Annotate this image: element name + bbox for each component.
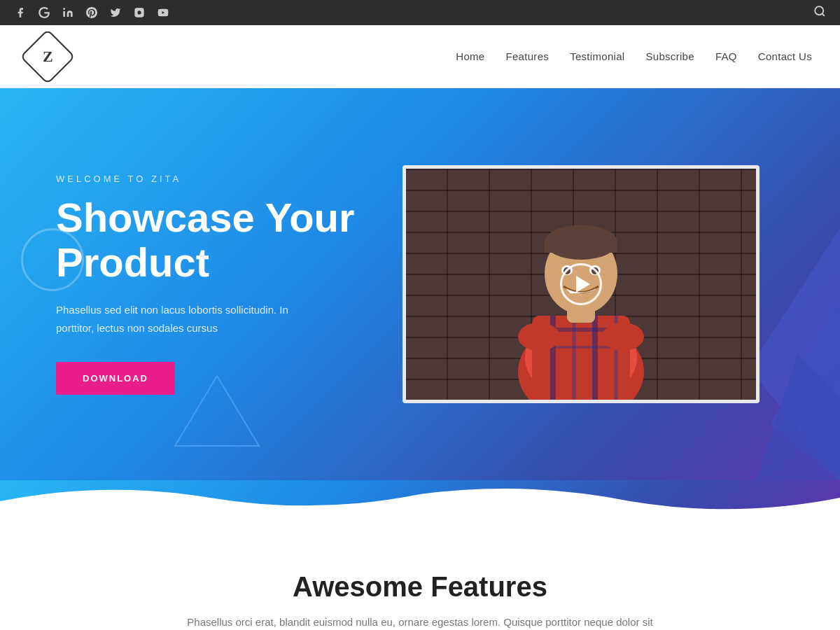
instagram-icon[interactable]	[133, 6, 146, 19]
hero-right	[378, 165, 784, 403]
nav-item-features[interactable]: Features	[506, 50, 550, 63]
logo[interactable]: Z	[28, 37, 67, 76]
hero-title: Showcase Your Product	[56, 195, 378, 285]
svg-rect-23	[545, 242, 617, 253]
logo-letter: Z	[43, 48, 53, 66]
nav-link-contact[interactable]: Contact Us	[758, 50, 812, 62]
google-plus-icon[interactable]	[38, 6, 50, 19]
pinterest-icon[interactable]	[85, 6, 98, 19]
video-thumbnail[interactable]	[402, 165, 760, 403]
nav-item-home[interactable]: Home	[456, 50, 484, 63]
svg-point-1	[63, 8, 65, 10]
nav-link-subscribe[interactable]: Subscribe	[645, 50, 694, 62]
hero-section: WELCOME TO ZITA Showcase Your Product Ph…	[0, 88, 840, 480]
download-button[interactable]: DOWNLOAD	[56, 362, 175, 395]
linkedin-icon[interactable]	[62, 6, 74, 19]
features-subtitle: Phasellus orci erat, blandit euismod nul…	[175, 614, 665, 630]
search-icon[interactable]	[813, 5, 826, 20]
navbar: Z Home Features Testimonial Subscribe FA…	[0, 25, 840, 88]
nav-item-faq[interactable]: FAQ	[715, 50, 737, 63]
nav-item-contact[interactable]: Contact Us	[758, 50, 812, 63]
features-section: Awesome Features Phasellus orci erat, bl…	[0, 522, 840, 630]
youtube-icon[interactable]	[157, 6, 169, 19]
twitter-icon[interactable]	[109, 6, 122, 19]
features-title: Awesome Features	[28, 571, 812, 603]
play-triangle-icon	[576, 276, 590, 293]
social-icons-group	[14, 6, 169, 19]
svg-rect-0	[63, 11, 65, 17]
svg-point-5	[815, 6, 823, 15]
wave-svg	[0, 480, 840, 522]
nav-link-faq[interactable]: FAQ	[715, 50, 737, 62]
nav-link-testimonial[interactable]: Testimonial	[570, 50, 624, 62]
facebook-icon[interactable]	[14, 6, 27, 19]
hero-wave-container	[0, 480, 840, 522]
svg-line-6	[822, 13, 824, 15]
svg-point-28	[518, 323, 560, 351]
nav-item-testimonial[interactable]: Testimonial	[570, 50, 624, 63]
play-button[interactable]	[560, 263, 602, 305]
hero-description: Phasellus sed elit non lacus lobortis so…	[56, 301, 322, 337]
logo-shape: Z	[20, 29, 75, 84]
nav-links: Home Features Testimonial Subscribe FAQ …	[456, 50, 812, 63]
nav-item-subscribe[interactable]: Subscribe	[645, 50, 694, 63]
hero-subtitle: WELCOME TO ZITA	[56, 174, 378, 184]
top-bar	[0, 0, 840, 25]
nav-link-home[interactable]: Home	[456, 50, 484, 62]
nav-link-features[interactable]: Features	[506, 50, 550, 62]
svg-point-29	[602, 323, 644, 351]
hero-left: WELCOME TO ZITA Showcase Your Product Ph…	[56, 174, 378, 396]
